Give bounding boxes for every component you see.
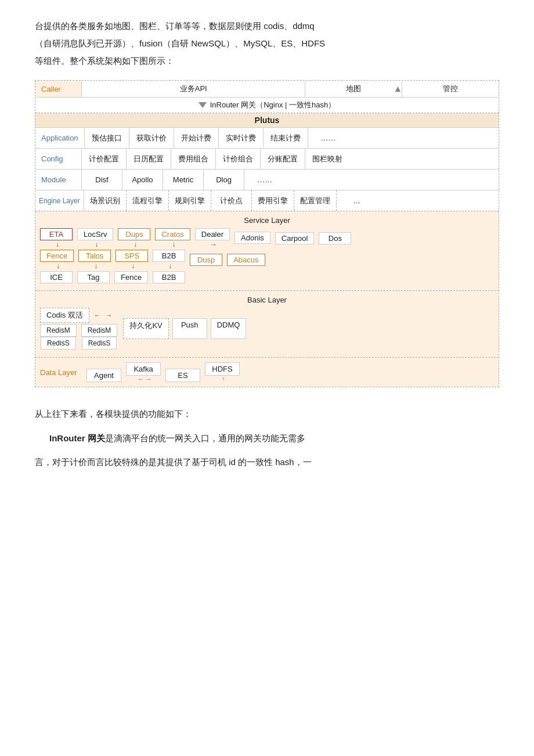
adonis-col: Adonis	[234, 232, 273, 245]
intro-line1: 台提供的各类服务如地图、围栏、订单等等，数据层则使用 codis、ddmq	[35, 21, 315, 31]
b2b-cell-r3: B2B	[153, 271, 185, 283]
carpool-cell: Carpool	[275, 232, 315, 244]
basic-layer-title: Basic Layer	[35, 296, 499, 304]
redism-left: RedisM	[40, 324, 77, 337]
arrow-dups: ↓	[134, 241, 137, 248]
kafka-col: Kafka ← →	[126, 362, 163, 382]
module-cell-3: Dlog	[204, 170, 244, 190]
b2b-col-r3: B2B	[153, 271, 187, 283]
adonis-cell: Adonis	[234, 232, 270, 244]
service-rows: ETA ↓ LocSrv ↓ Dups ↓ Cratos ↓	[35, 228, 499, 283]
es-cell: ES	[165, 369, 200, 382]
b2b-col-r2: B2B ↓	[153, 250, 187, 270]
basic-layer: Basic Layer Codis 双活 ← → RedisM Redis	[35, 291, 499, 358]
codis-cell: Codis 双活	[40, 308, 89, 323]
intro-line3: 等组件。整个系统架构如下图所示：	[35, 56, 174, 66]
caller-row: Caller 业务API 地图 ▲ 管控	[35, 81, 499, 98]
inrouter-row: InRouter 网关（Nginx | 一致性hash）	[35, 98, 499, 113]
intro-paragraph: 台提供的各类服务如地图、围栏、订单等等，数据层则使用 codis、ddmq （自…	[35, 17, 499, 70]
es-col: ES	[165, 369, 203, 382]
architecture-diagram: Caller 业务API 地图 ▲ 管控 InRouter 网关（Nginx |…	[35, 80, 499, 387]
arrow-locsrv: ↓	[95, 241, 98, 248]
data-layer: Data Layer Agent Kafka ← → ES HDFS ↑	[35, 358, 499, 387]
config-row: Config 计价配置 日历配置 费用组合 计价组合 分账配置 围栏映射	[35, 149, 499, 170]
rediss-right: RedisS	[82, 337, 117, 350]
engine-cell-1: 流程引擎	[127, 190, 169, 211]
abacus-cell: Abacus	[227, 254, 265, 266]
ice-col: ICE	[40, 271, 75, 283]
intro-line2: （自研消息队列已开源）、fusion（自研 NewSQL）、MySQL、ES、H…	[35, 38, 325, 48]
config-cell-3: 计价组合	[216, 149, 261, 169]
agent-cell: Agent	[86, 369, 121, 382]
carpool-col: Carpool	[275, 232, 317, 244]
arrow-fence: ↓	[56, 262, 60, 269]
module-label: Module	[35, 170, 82, 190]
arrow-codis2: →	[106, 311, 113, 319]
talos-cell: Talos	[78, 250, 111, 262]
config-cell-4: 分账配置	[261, 149, 305, 169]
config-cell-5: 围栏映射	[305, 149, 349, 169]
dups-cell: Dups	[118, 228, 150, 240]
redism-right: RedisM	[81, 324, 118, 337]
dusp-col: Dusp	[190, 254, 225, 266]
plutus-header: Plutus	[35, 113, 499, 128]
app-cell-4: 结束计费	[264, 128, 308, 148]
application-label: Application	[35, 128, 85, 148]
engine-cells: 场景识别 流程引擎 规则引擎 计价点 费用引擎 配置管理 …	[84, 190, 499, 211]
caller-label: Caller	[35, 81, 82, 97]
eta-col: ETA ↓	[40, 228, 75, 249]
engine-cell-6: …	[337, 190, 377, 211]
bottom-line2: InRouter 网关是滴滴平台的统一网关入口，通用的网关功能无需多	[35, 429, 499, 448]
dos-cell: Dos	[319, 232, 351, 244]
config-cell-0: 计价配置	[82, 149, 127, 169]
kv-cell: 持久化KV	[123, 318, 168, 339]
map-cell: 地图 ▲	[305, 81, 402, 97]
engine-cell-5: 配置管理	[294, 190, 337, 211]
talos-col: Talos ↓	[78, 250, 113, 270]
service-layer-title: Service Layer	[35, 216, 499, 225]
config-cell-2: 费用组合	[171, 149, 216, 169]
dups-col: Dups ↓	[118, 228, 153, 249]
locsrv-col: LocSrv ↓	[77, 228, 116, 249]
cratos-cell: Cratos	[155, 228, 190, 240]
module-row: Module Disf Apollo Metric Dlog ……	[35, 170, 499, 190]
module-cells: Disf Apollo Metric Dlog ……	[82, 170, 499, 190]
hdfs-cell: HDFS	[205, 362, 240, 376]
cratos-col: Cratos ↓	[155, 228, 192, 249]
config-label: Config	[35, 149, 82, 169]
module-cell-1: Apollo	[122, 170, 163, 190]
arrow-dealer: →	[210, 241, 217, 248]
bottom-section: 从上往下来看，各模块提供的功能如下： InRouter 网关是滴滴平台的统一网关…	[35, 405, 499, 471]
sps-col: SPS ↓	[116, 250, 150, 270]
engine-label: Engine Layer	[35, 190, 84, 211]
arrow-b2b-r2: ↓	[168, 262, 172, 269]
engine-cell-2: 规则引擎	[169, 190, 211, 211]
data-cells: Agent Kafka ← → ES HDFS ↑	[86, 362, 244, 382]
app-cell-5: ……	[308, 128, 349, 148]
ddmq-cell: DDMQ	[211, 318, 247, 339]
app-cell-0: 预估接口	[85, 128, 129, 148]
arrow-codis: ←	[94, 311, 101, 319]
b2b-cell-r2: B2B	[153, 250, 185, 262]
fence-col-r3: Fence	[114, 271, 150, 283]
data-layer-label: Data Layer	[40, 368, 81, 377]
fence-cell-r2: Fence	[40, 250, 74, 262]
engine-cell-0: 场景识别	[84, 190, 127, 211]
arrow-hdfs: ↑	[222, 376, 225, 382]
hdfs-col: HDFS ↑	[205, 362, 242, 382]
application-cells: 预估接口 获取计价 开始计费 实时计费 结束计费 ……	[85, 128, 499, 148]
control-cell: 管控	[402, 81, 499, 97]
config-cells: 计价配置 日历配置 费用组合 计价组合 分账配置 围栏映射	[82, 149, 499, 169]
arrow-eta: ↓	[56, 241, 59, 248]
fence-col: Fence ↓	[40, 250, 76, 270]
abacus-col: Abacus	[227, 254, 267, 266]
api-cell: 业务API	[82, 81, 305, 97]
basic-rows: Codis 双活 ← → RedisM RedisS RedisM RedisS	[35, 308, 499, 350]
engine-cell-3: 计价点	[211, 190, 252, 211]
config-cell-1: 日历配置	[127, 149, 171, 169]
arrow-down-icon	[199, 102, 207, 108]
dealer-col: Dealer →	[195, 228, 232, 249]
module-cell-4: ……	[244, 170, 285, 190]
dos-col: Dos	[319, 232, 353, 244]
application-row: Application 预估接口 获取计价 开始计费 实时计费 结束计费 ……	[35, 128, 499, 149]
